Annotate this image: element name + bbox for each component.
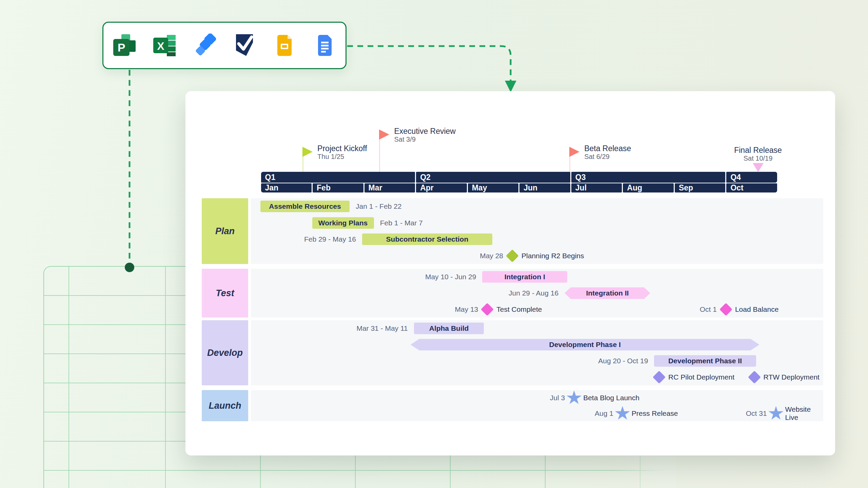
smartsheet-icon	[233, 34, 256, 57]
microsoft-excel-icon: X	[153, 34, 176, 57]
connector-dot	[125, 263, 134, 272]
app-icons-box: PX	[102, 22, 347, 69]
connector-arrow-icon	[505, 81, 516, 92]
google-slides-icon	[273, 34, 296, 57]
microsoft-project-icon: P	[113, 34, 136, 57]
gantt-card	[185, 91, 835, 455]
svg-text:X: X	[157, 40, 164, 52]
connector-line-right	[347, 46, 511, 81]
jira-icon	[193, 34, 216, 57]
google-docs-icon	[313, 34, 336, 57]
svg-text:P: P	[118, 41, 125, 54]
